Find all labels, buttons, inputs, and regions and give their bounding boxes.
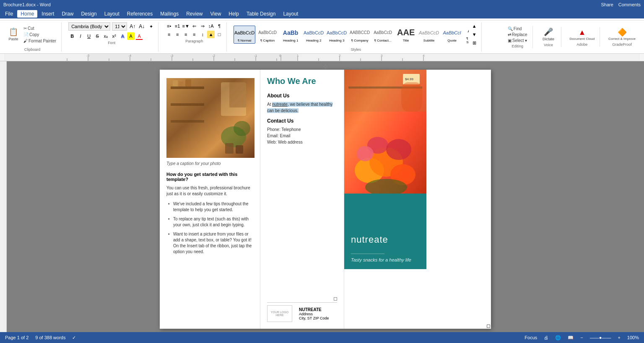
replace-icon: ⇄ (508, 32, 511, 37)
adobe-button[interactable]: ▲ Document Cloud (568, 27, 597, 42)
comments-button[interactable]: Comments (618, 2, 641, 7)
italic-button[interactable]: I (77, 32, 84, 40)
find-button[interactable]: 🔍 Find (506, 26, 529, 31)
style-heading3[interactable]: AaBbCcD Heading 3 (326, 26, 348, 44)
doc-question-heading[interactable]: How do you get started with this templat… (166, 172, 253, 182)
web-text[interactable]: Web: Web address (267, 139, 337, 145)
subscript-button[interactable]: x₂ (102, 32, 109, 40)
underline-button[interactable]: U (85, 32, 93, 40)
menu-references[interactable]: References (124, 10, 156, 18)
menu-design[interactable]: Design (78, 10, 100, 18)
menu-table-design[interactable]: Table Design (243, 10, 279, 18)
bullets-button[interactable]: ≡• (165, 22, 173, 30)
font-size-select[interactable]: 11 (112, 22, 127, 31)
menu-layout[interactable]: Layout (101, 10, 123, 18)
menu-file[interactable]: File (2, 10, 16, 18)
paste-button[interactable]: 📋 Paste (7, 27, 20, 42)
text-effects-button[interactable]: A (119, 32, 126, 40)
copy-button[interactable]: 📄 Copy (22, 32, 58, 37)
style-quote[interactable]: AaBbCcI Quote (441, 26, 463, 44)
view-web-button[interactable]: 🌐 (555, 335, 561, 340)
bold-button[interactable]: B (68, 32, 76, 40)
align-left-button[interactable]: ≡ (165, 31, 173, 38)
multilevel-button[interactable]: ≡▼ (182, 22, 190, 30)
doc-bullet-2[interactable]: To replace any tip text (such as this) w… (166, 216, 253, 228)
menu-mailings[interactable]: Mailings (157, 10, 182, 18)
strikethrough-button[interactable]: S (93, 32, 101, 40)
doc-title[interactable]: Who We Are (267, 76, 337, 86)
style-subtitle[interactable]: AaBbCcD Subtitle (418, 26, 440, 44)
justify-button[interactable]: ≡ (190, 31, 198, 38)
numbering-button[interactable]: ≡1 (174, 22, 181, 30)
page-resize-handle[interactable] (487, 325, 490, 328)
zoom-slider[interactable]: ——●—— (590, 335, 611, 340)
svg-text:-5: -5 (86, 54, 90, 58)
increase-indent-button[interactable]: ⇒ (199, 22, 206, 30)
styles-scroll-down[interactable]: ▼ (470, 31, 478, 38)
ribbon-group-paragraph: ≡• ≡1 ≡▼ ⇐ ⇒ ↕A ¶ ≡ ≡ ≡ ≡ ↕ ▲ □ (162, 22, 227, 52)
sort-button[interactable]: ↕A (207, 22, 215, 30)
share-button[interactable]: Share (601, 2, 613, 7)
zoom-in-button[interactable]: + (618, 335, 620, 340)
style-contact[interactable]: AaBbCcD ¶ Contact... (372, 26, 394, 44)
menu-insert[interactable]: Insert (38, 10, 57, 18)
align-right-button[interactable]: ≡ (182, 31, 190, 38)
menu-view[interactable]: View (207, 10, 225, 18)
format-painter-label: Format Painter (29, 39, 56, 43)
about-text[interactable]: At nutreate, we believe that healthy can… (267, 101, 337, 114)
style-company[interactable]: AABBCCD ¶ Company (349, 26, 371, 44)
title-bar-left: Brochure1.docx - Word (3, 2, 51, 7)
grow-font-button[interactable]: A↑ (129, 23, 136, 30)
shading-button[interactable]: ▲ (207, 31, 215, 38)
gradeproof-button[interactable]: 🔶 Correct & Improve (607, 27, 637, 42)
gradeproof-icon: 🔶 (618, 28, 627, 37)
show-hide-button[interactable]: ¶ (216, 22, 223, 30)
menu-review[interactable]: Review (183, 10, 206, 18)
nutreate-link[interactable]: nutreate (272, 102, 288, 107)
scroll-area[interactable]: ⊹ (7, 61, 644, 337)
menu-table-layout[interactable]: Layout (280, 10, 301, 18)
style-caption[interactable]: AaBbCcD ¶ Caption (257, 26, 278, 44)
format-painter-button[interactable]: 🖌 Format Painter (22, 38, 58, 44)
copy-icon: 📄 (23, 32, 29, 37)
select-button[interactable]: ▣ Select ▾ (506, 38, 529, 43)
doc-bullet-3[interactable]: Want to insert a picture from your files… (166, 231, 253, 255)
style-heading2[interactable]: AaBbCcD Heading 2 (303, 26, 325, 44)
view-read-button[interactable]: 📖 (568, 335, 574, 340)
font-color-button[interactable]: A (135, 32, 143, 40)
replace-button[interactable]: ⇄ Replace (506, 32, 529, 37)
style-no-spacing[interactable]: AaBbC ¶ No Spac... (464, 24, 469, 45)
borders-button[interactable]: □ (216, 31, 223, 38)
doc-bullet-1[interactable]: We've included a few tips throughout the… (166, 201, 253, 213)
styles-scroll-up[interactable]: ▲ (470, 22, 478, 30)
line-spacing-button[interactable]: ↕ (199, 31, 206, 38)
phone-text[interactable]: Phone: Telephone (267, 126, 337, 133)
font-face-select[interactable]: Cambria (Body) (68, 22, 110, 31)
doc-intro-text[interactable]: You can use this fresh, professional bro… (166, 185, 253, 197)
zoom-level[interactable]: 100% (627, 335, 639, 340)
resize-handle-middle[interactable] (334, 297, 337, 301)
logo-box[interactable]: YOUR LOGO HERE (267, 305, 292, 322)
decrease-indent-button[interactable]: ⇐ (190, 22, 198, 30)
text-highlight-button[interactable]: A (127, 32, 135, 40)
shrink-font-button[interactable]: A↓ (138, 23, 145, 30)
center-button[interactable]: ≡ (174, 31, 181, 38)
email-text[interactable]: Email: Email (267, 133, 337, 139)
style-heading1[interactable]: AaBb Heading 1 (280, 26, 301, 44)
dictate-button[interactable]: 🎤 Dictate (541, 27, 556, 42)
menu-help[interactable]: Help (225, 10, 242, 18)
styles-expand[interactable]: ⊞ (470, 39, 478, 47)
move-handle[interactable]: ⊹ (323, 63, 328, 70)
cut-button[interactable]: ✂ Cut (22, 26, 58, 31)
menu-draw[interactable]: Draw (58, 10, 77, 18)
clear-format-button[interactable]: ✦ (147, 23, 155, 30)
view-print-button[interactable]: 🖨 (544, 335, 548, 340)
zoom-out-button[interactable]: − (580, 335, 583, 340)
address-line: Address (299, 312, 329, 316)
style-title[interactable]: AAE Title (395, 26, 417, 44)
status-left: Page 1 of 2 9 of 388 words ✓ (5, 335, 76, 340)
focus-button[interactable]: Focus (525, 335, 537, 340)
menu-home[interactable]: Home (17, 10, 37, 18)
superscript-button[interactable]: x² (110, 32, 118, 40)
style-normal[interactable]: AaBbCcD ¶ Normal (234, 26, 255, 44)
